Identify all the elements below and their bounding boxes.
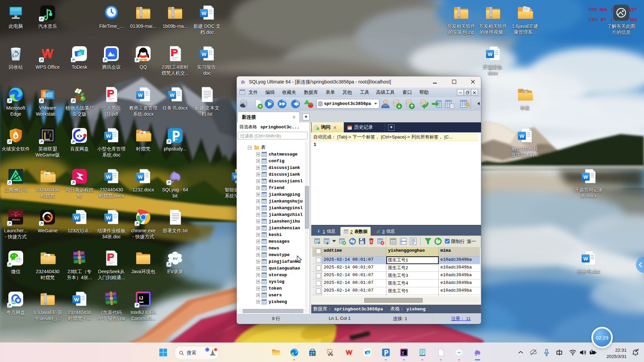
svg-text:18: 18	[348, 127, 350, 129]
svg-text:ev: ev	[458, 351, 461, 354]
svg-text:IJ: IJ	[402, 351, 404, 354]
